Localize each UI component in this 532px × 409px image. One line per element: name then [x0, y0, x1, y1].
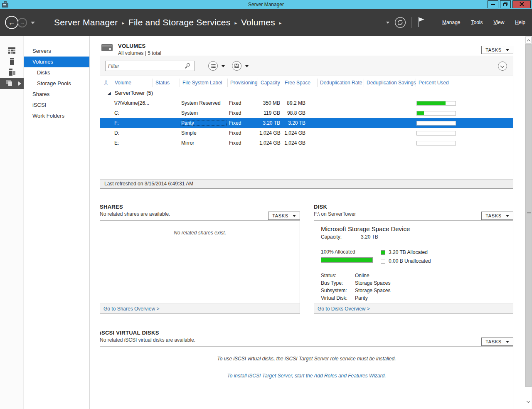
save-filter-button[interactable] — [232, 61, 241, 71]
scroll-up-button[interactable] — [525, 37, 532, 44]
disk-capacity-value: 3.20 TB — [361, 234, 378, 240]
save-icon — [234, 64, 239, 68]
detail-key: Bus Type: — [321, 280, 355, 286]
table-row[interactable]: \\?\Volume{26...System ReservedFixed350 … — [100, 98, 513, 108]
vertical-scrollbar[interactable] — [525, 36, 532, 409]
cell-provisioning: Fixed — [227, 120, 258, 126]
table-row[interactable]: F:ParityFixed3.20 TB3.20 TB — [100, 118, 513, 128]
main-content: VOLUMES All volumes | 5 total TASKS — [90, 36, 525, 409]
volumes-tasks-button[interactable]: TASKS — [481, 46, 513, 54]
sidebar-item-work-folders[interactable]: Work Folders — [24, 111, 89, 121]
cell-percent-used — [416, 141, 513, 145]
notifications-flag-button[interactable] — [416, 16, 426, 29]
column-header-deduplication-rate[interactable]: Deduplication Rate — [317, 79, 364, 87]
rail-item-local-server[interactable] — [0, 57, 24, 67]
alert-column-header[interactable]: ▲ ⚠ — [100, 79, 112, 87]
saved-filters-caret-icon[interactable] — [222, 65, 225, 67]
flag-icon — [416, 16, 426, 29]
sidebar-item-servers[interactable]: Servers — [24, 46, 89, 57]
scrollbar-track[interactable] — [525, 387, 532, 409]
column-header-capacity[interactable]: Capacity — [258, 79, 282, 87]
sidebar-item-iscsi[interactable]: iSCSI — [24, 100, 89, 111]
shares-tasks-button[interactable]: TASKS — [268, 212, 300, 220]
column-header-free-space[interactable]: Free Space — [282, 79, 317, 87]
table-row[interactable]: C:SystemFixed119 GB98.8 GB — [100, 108, 513, 118]
rail-item-all-servers[interactable] — [0, 67, 24, 78]
disk-tasks-button[interactable]: TASKS — [481, 212, 513, 220]
collapse-panel-button[interactable] — [498, 62, 507, 71]
cell-fs-label: Parity — [180, 120, 227, 126]
window-title: Server Manager — [0, 0, 532, 9]
column-header-volume[interactable]: Volume — [112, 79, 153, 87]
allocation-percent-label: 100% Allocated — [321, 249, 381, 255]
tasks-caret-icon — [506, 215, 509, 217]
sidebar-item-storage-pools[interactable]: Storage Pools — [24, 78, 89, 89]
rail-item-dashboard[interactable] — [0, 46, 24, 57]
detail-key: Subsystem: — [321, 288, 355, 293]
menu-view[interactable]: View — [494, 20, 505, 25]
breadcrumb-server-manager[interactable]: Server Manager — [54, 17, 118, 27]
back-button[interactable]: ← — [5, 16, 18, 29]
breadcrumb: Server Manager▸File and Storage Services… — [54, 9, 286, 36]
breadcrumb-volumes[interactable]: Volumes — [241, 17, 275, 27]
column-header-deduplication-savings[interactable]: Deduplication Savings — [364, 79, 416, 87]
disk-panel: Microsoft Storage Space Device Capacity:… — [314, 220, 513, 314]
rail-item-file-and-storage-services[interactable] — [0, 78, 24, 89]
go-to-disks-overview-link[interactable]: Go to Disks Overview > — [318, 306, 370, 312]
disk-detail-virtual-disk: Virtual Disk:Parity — [321, 295, 513, 301]
server-group-row[interactable]: ◢ ServerTower (5) — [100, 87, 513, 98]
cell-percent-used — [416, 101, 513, 106]
cell-fs-label: System — [180, 110, 227, 116]
forward-button[interactable]: → — [17, 18, 27, 27]
cell-volume: \\?\Volume{26... — [112, 100, 153, 106]
disk-detail-bus-type: Bus Type:Storage Spaces — [321, 280, 513, 286]
table-row[interactable]: D:SimpleFixed1,024 GB1,024 GB — [100, 128, 513, 138]
disk-title: DISK — [314, 204, 513, 210]
column-header-file-system-label[interactable]: File System Label — [180, 79, 227, 87]
search-icon[interactable] — [185, 63, 191, 69]
minimize-button[interactable] — [488, 0, 498, 8]
navigation-bar: ← → Server Manager▸File and Storage Serv… — [0, 9, 532, 36]
breadcrumb-file-and-storage-services[interactable]: File and Storage Services — [128, 17, 230, 27]
menu-help[interactable]: Help — [515, 20, 525, 25]
disk-device-name: Microsoft Storage Space Device — [321, 225, 513, 232]
table-row[interactable]: E:MirrorFixed1,024 GB1,024 GB — [100, 138, 513, 148]
save-filter-caret-icon[interactable] — [245, 65, 249, 67]
percent-used-bar — [416, 141, 456, 145]
sidebar-item-volumes[interactable]: Volumes — [24, 57, 89, 67]
sidebar-item-disks[interactable]: Disks — [24, 67, 89, 78]
menu-tools[interactable]: Tools — [471, 20, 483, 25]
column-header-provisioning[interactable]: Provisioning — [227, 79, 258, 87]
close-button[interactable] — [512, 0, 531, 8]
detail-value: Parity — [355, 295, 368, 301]
volumes-tile: ▲ ⚠ VolumeStatusFile System LabelProvisi… — [100, 56, 513, 189]
percent-used-fill — [417, 111, 424, 115]
iscsi-tasks-button[interactable]: TASKS — [481, 338, 513, 346]
flyout-arrow-icon — [18, 81, 21, 86]
disk-details: Status:OnlineBus Type:Storage SpacesSubs… — [321, 273, 513, 301]
scrollbar-thumb[interactable] — [525, 44, 532, 387]
saved-filters-button[interactable] — [208, 61, 218, 71]
percent-used-bar — [416, 101, 456, 106]
legend-label: 3.20 TB Allocated — [389, 249, 428, 255]
iscsi-install-link[interactable]: To install iSCSI Target Server, start th… — [100, 373, 513, 379]
cell-provisioning: Fixed — [227, 140, 258, 146]
icon-rail — [0, 36, 24, 409]
column-header-status[interactable]: Status — [153, 79, 180, 87]
column-header-percent-used[interactable]: Percent Used — [416, 79, 513, 87]
nav-history-caret-icon[interactable] — [31, 22, 35, 24]
cell-capacity: 1,024 GB — [258, 130, 282, 136]
server-manager-window: Server Manager ← → Server Manager▸File a… — [0, 0, 532, 409]
filter-input[interactable] — [108, 62, 183, 70]
close-icon — [520, 2, 524, 7]
restore-button[interactable] — [500, 0, 511, 8]
collapse-group-icon[interactable]: ◢ — [108, 91, 111, 95]
go-to-shares-overview-link[interactable]: Go to Shares Overview > — [103, 306, 159, 312]
sidebar-item-shares[interactable]: Shares — [24, 89, 89, 100]
menu-manage[interactable]: Manage — [442, 20, 460, 25]
refresh-button[interactable] — [394, 17, 406, 28]
list-icon — [211, 64, 216, 68]
filter-field — [105, 61, 195, 71]
title-bar: Server Manager — [0, 0, 532, 9]
refresh-dropdown-caret-icon[interactable] — [386, 22, 389, 24]
